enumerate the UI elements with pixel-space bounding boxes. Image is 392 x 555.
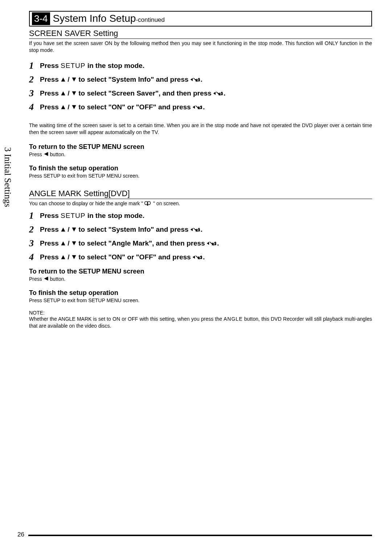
play-enter-icon [193,255,203,260]
footer-rule [28,535,372,536]
left-triangle-icon [44,151,49,157]
step-text: Press SETUP in the stop mode. [40,212,144,220]
screen-saver-intro: If you have set the screen saver ON by t… [29,40,372,54]
step-text: Press / to select "System Info" and pres… [40,76,203,84]
step-number: 1 [29,60,37,71]
step-row: 4 Press / to select "ON" or "OFF" and pr… [29,102,372,113]
return-heading: To return to the SETUP MENU screen [29,268,372,275]
note-label: NOTE: [29,310,372,316]
side-tab: 3 Initial Settings [3,147,13,207]
down-triangle-icon [72,227,77,232]
step-text: Press / to select "Screen Saver", and th… [40,89,225,97]
return-text: Press button. [29,151,372,157]
angle-mark-heading: ANGLE MARK Setting[DVD] [29,189,372,199]
step-text: Press / to select "ON" or "OFF" and pres… [40,253,205,261]
play-enter-icon [213,91,224,96]
angle-mark-intro: You can choose to display or hide the an… [29,200,372,207]
screen-saver-note: The waiting time of the screen saver is … [29,122,372,136]
step-row: 2 Press / to select "System Info" and pr… [29,224,372,235]
step-number: 4 [29,102,37,113]
screen-saver-heading: SCREEN SAVER Setting [29,29,372,39]
finish-heading: To finish the setup operation [29,165,372,172]
angle-mark-steps: 1 Press SETUP in the stop mode. 2 Press … [29,210,372,263]
play-enter-icon [207,241,217,246]
finish-heading: To finish the setup operation [29,289,372,297]
page-number: 26 [17,531,24,538]
down-triangle-icon [72,105,77,110]
step-row: 3 Press / to select "Angle Mark", and th… [29,238,372,249]
section-continued: -continued [136,16,164,24]
return-heading: To return to the SETUP MENU screen [29,143,372,151]
finish-text: Press SETUP to exit from SETUP MENU scre… [29,173,372,179]
step-number: 2 [29,224,37,235]
step-row: 2 Press / to select "System Info" and pr… [29,74,372,85]
down-triangle-icon [72,91,77,96]
up-triangle-icon [61,241,66,246]
play-enter-icon [191,227,201,232]
step-row: 1 Press SETUP in the stop mode. [29,210,372,221]
step-number: 2 [29,74,37,85]
down-triangle-icon [72,241,77,246]
angle-mark-icon [144,201,152,206]
note-body: Whether the ANGLE MARK is set to ON or O… [29,316,372,329]
up-triangle-icon [61,105,66,110]
step-number: 1 [29,210,37,221]
up-triangle-icon [61,227,66,232]
step-number: 3 [29,88,37,99]
finish-text: Press SETUP to exit from SETUP MENU scre… [29,297,372,303]
section-title: System Info Setup [53,13,136,24]
step-text: Press / to select "Angle Mark", and then… [40,239,219,247]
step-text: Press SETUP in the stop mode. [40,62,144,70]
up-triangle-icon [61,255,66,260]
step-row: 4 Press / to select "ON" or "OFF" and pr… [29,252,372,263]
play-enter-icon [191,77,201,82]
screen-saver-steps: 1 Press SETUP in the stop mode. 2 Press … [29,60,372,113]
left-triangle-icon [44,276,49,281]
return-text: Press button. [29,276,372,282]
step-number: 3 [29,238,37,249]
step-number: 4 [29,252,37,263]
up-triangle-icon [61,91,66,96]
section-title-bar: 3-4 System Info Setup -continued [29,11,372,27]
step-text: Press / to select "System Info" and pres… [40,226,203,234]
angle-note: NOTE: Whether the ANGLE MARK is set to O… [29,310,372,329]
play-enter-icon [193,105,203,110]
step-row: 1 Press SETUP in the stop mode. [29,60,372,71]
down-triangle-icon [72,77,77,82]
step-row: 3 Press / to select "Screen Saver", and … [29,88,372,99]
up-triangle-icon [61,77,66,82]
down-triangle-icon [72,255,77,260]
step-text: Press / to select "ON" or "OFF" and pres… [40,103,205,111]
section-number-badge: 3-4 [32,12,50,25]
